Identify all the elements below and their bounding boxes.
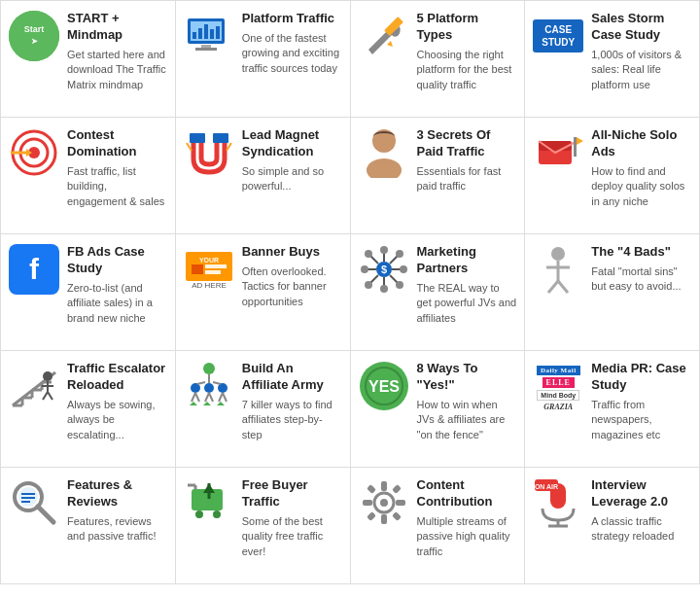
content-icon (359, 477, 409, 528)
cell-content: The "4 Bads" Fatal "mortal sins" but eas… (591, 244, 691, 295)
person-icon (359, 127, 409, 178)
list-item[interactable]: YES 8 Ways To "Yes!" How to win when JVs… (351, 351, 526, 468)
item-desc: Fast traffic, list building, engagement … (67, 164, 167, 209)
svg-marker-87 (217, 402, 225, 405)
item-title: FB Ads Case Study (67, 244, 167, 277)
item-desc: Choosing the right platform for the best… (417, 48, 517, 92)
svg-text:➤: ➤ (31, 37, 38, 46)
svg-line-57 (558, 281, 568, 293)
cell-content: Contest Domination Fast traffic, list bu… (67, 127, 167, 209)
svg-rect-20 (213, 133, 228, 143)
item-title: Features & Reviews (67, 477, 167, 510)
list-item[interactable]: Content Contribution Multiple streams of… (351, 468, 526, 584)
bads-icon (533, 244, 583, 295)
item-desc: The REAL way to get powerful JVs and aff… (417, 281, 517, 326)
svg-line-56 (548, 281, 558, 293)
item-title: Marketing Partners (417, 244, 517, 277)
item-desc: So simple and so powerful... (242, 164, 342, 194)
cell-content: 3 Secrets Of Paid Traffic Essentials for… (417, 127, 517, 194)
item-desc: Essentials for fast paid traffic (417, 164, 517, 194)
item-title: All-Niche Solo Ads (591, 127, 691, 160)
svg-line-41 (370, 256, 378, 264)
svg-point-74 (204, 383, 214, 393)
list-item[interactable]: 5 Platform Types Choosing the right plat… (351, 1, 526, 118)
item-title: Media PR: Case Study (591, 361, 691, 394)
item-title: Traffic Escalator Reloaded (67, 361, 167, 394)
svg-rect-107 (363, 500, 372, 506)
item-desc: Traffic from newspapers, magazines etc (591, 398, 691, 442)
list-item[interactable]: Features & Reviews Features, reviews and… (1, 468, 176, 584)
svg-marker-28 (577, 137, 583, 145)
cell-content: Features & Reviews Features, reviews and… (67, 477, 167, 545)
list-item[interactable]: Start ➤ START + Mindmap Get started here… (1, 1, 176, 118)
item-title: START + Mindmap (67, 11, 167, 44)
svg-line-70 (48, 392, 52, 400)
yes-icon: YES (359, 361, 409, 411)
case-study-icon: CASE STUDY (533, 11, 583, 61)
cell-content: 8 Ways To "Yes!" How to win when JVs & a… (417, 361, 517, 442)
item-desc: Zero-to-list (and affiliate sales) in a … (67, 281, 167, 326)
media-icon: Daily Mail ELLE Mind Body GRAZIA (533, 361, 583, 411)
cell-content: Content Contribution Multiple streams of… (417, 477, 517, 559)
cell-content: Sales Storm Case Study 1,000s of visitor… (591, 11, 691, 92)
list-item[interactable]: Platform Traffic One of the fastest grow… (176, 1, 351, 118)
svg-text:Start: Start (24, 24, 45, 34)
item-desc: Always be sowing, always be escalating..… (67, 398, 167, 442)
partners-icon: $ (359, 244, 409, 295)
item-desc: How to find and deploy quality solos in … (591, 164, 691, 209)
list-item[interactable]: f FB Ads Case Study Zero-to-list (and af… (1, 234, 176, 351)
svg-line-84 (223, 393, 227, 402)
list-item[interactable]: Traffic Escalator Reloaded Always be sow… (1, 351, 176, 468)
svg-line-81 (205, 393, 209, 402)
item-title: Interview Leverage 2.0 (591, 477, 691, 510)
item-desc: Get started here and download The Traffi… (67, 48, 167, 92)
list-item[interactable]: All-Niche Solo Ads How to find and deplo… (525, 118, 700, 234)
list-item[interactable]: ON AIR Interview Leverage 2.0 A classic … (525, 468, 700, 584)
svg-rect-106 (381, 514, 387, 524)
cell-content: Banner Buys Often overlooked. Tactics fo… (242, 244, 342, 309)
list-item[interactable]: Daily Mail ELLE Mind Body GRAZIA Media P… (525, 351, 700, 468)
svg-rect-31 (192, 264, 203, 274)
svg-line-82 (209, 393, 213, 402)
svg-rect-27 (574, 137, 577, 157)
item-title: 3 Secrets Of Paid Traffic (417, 127, 517, 160)
svg-text:ON AIR: ON AIR (535, 483, 558, 490)
svg-line-76 (197, 382, 205, 384)
svg-point-104 (380, 499, 388, 507)
list-item[interactable]: 3 Secrets Of Paid Traffic Essentials for… (351, 118, 526, 234)
svg-line-80 (195, 393, 199, 402)
module-grid: Start ➤ START + Mindmap Get started here… (0, 0, 700, 584)
list-item[interactable]: Lead Magnet Syndication So simple and so… (176, 118, 351, 234)
item-desc: 1,000s of visitors & sales: Real life pl… (591, 48, 691, 92)
svg-point-100 (213, 510, 221, 518)
svg-rect-6 (198, 28, 202, 39)
svg-line-78 (213, 382, 221, 384)
list-item[interactable]: Build An Affiliate Army 7 killer ways to… (176, 351, 351, 468)
svg-rect-112 (392, 511, 402, 521)
item-title: Banner Buys (242, 244, 342, 261)
item-title: Free Buyer Traffic (242, 477, 342, 510)
list-item[interactable]: Free Buyer Traffic Some of the best qual… (176, 468, 351, 584)
item-title: Lead Magnet Syndication (242, 127, 342, 160)
cell-content: All-Niche Solo Ads How to find and deplo… (591, 127, 691, 209)
svg-line-21 (187, 143, 192, 151)
item-title: 5 Platform Types (417, 11, 517, 44)
cell-content: Lead Magnet Syndication So simple and so… (242, 127, 342, 194)
svg-rect-19 (190, 133, 205, 143)
cell-content: Interview Leverage 2.0 A classic traffic… (591, 477, 691, 545)
list-item[interactable]: Contest Domination Fast traffic, list bu… (1, 118, 176, 234)
cell-content: 5 Platform Types Choosing the right plat… (417, 11, 517, 92)
list-item[interactable]: $ Marketing Par (351, 234, 526, 351)
svg-point-53 (551, 247, 565, 261)
list-item[interactable]: YOUR AD HERE Banner Buys Often overlooke… (176, 234, 351, 351)
item-desc: Multiple streams of passive high quality… (417, 514, 517, 559)
list-item[interactable]: The "4 Bads" Fatal "mortal sins" but eas… (525, 234, 700, 351)
mail-icon (533, 127, 583, 178)
list-item[interactable]: CASE STUDY Sales Storm Case Study 1,000s… (525, 1, 700, 118)
item-title: Sales Storm Case Study (591, 11, 691, 44)
contest-icon (9, 127, 59, 178)
svg-rect-105 (381, 481, 387, 491)
svg-point-50 (396, 281, 403, 289)
cell-content: Traffic Escalator Reloaded Always be sow… (67, 361, 167, 442)
item-desc: Fatal "mortal sins" but easy to avoid... (591, 264, 691, 295)
